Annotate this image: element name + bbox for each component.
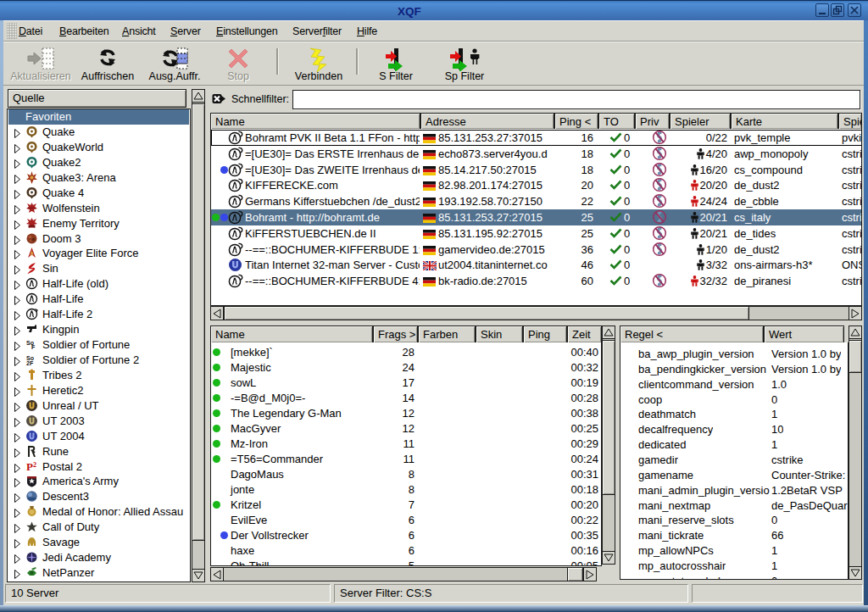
svg-text:F: F <box>31 344 36 350</box>
svg-text:2: 2 <box>33 461 36 469</box>
svg-text:2F: 2F <box>26 360 34 366</box>
svg-text:P: P <box>26 460 33 473</box>
